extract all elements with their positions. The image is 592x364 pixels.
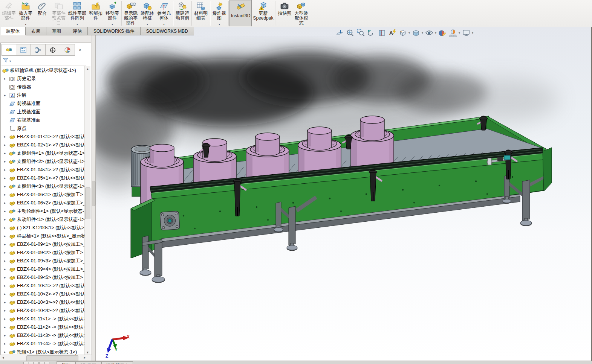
tree-item[interactable]: ▸托辊<1> (默认<显示状态-1>) — [1, 348, 85, 355]
vertical-scroll-thumb[interactable] — [85, 187, 90, 219]
tree-item[interactable]: ▸EBZX-01-11<4> -> (默认<<默认>_显示状态 1>) — [1, 340, 85, 348]
dropdown-caret-icon[interactable]: ▾ — [76, 23, 78, 26]
tree-item[interactable]: ▸EBZX-01-05<1>->? (默认<<默认>_显示状态 1>) — [1, 174, 85, 182]
ribbon-button-smart-fasteners[interactable]: 智能扣件 — [87, 0, 104, 26]
dropdown-caret-icon[interactable]: ▾ — [147, 23, 148, 26]
tree-item[interactable]: ▸EBZX-01-09<5> (默认<按加工>_显示状态 1>) — [1, 273, 85, 282]
apply-scene-caret-icon[interactable]: ▾ — [459, 31, 460, 35]
panel-splitter[interactable] — [92, 27, 96, 361]
command-tab-SOLIDWORKS MBD[interactable]: SOLIDWORKS MBD — [141, 27, 194, 35]
ribbon-button-update-speedpak[interactable]: 更新Speedpak — [252, 0, 274, 26]
ribbon-button-instant3d[interactable]: Instant3D — [229, 0, 252, 26]
tree-item[interactable]: 传感器 — [1, 83, 85, 91]
motion-tab-运动算例 1[interactable]: 运动算例 1 — [101, 361, 133, 364]
expand-arrow-icon[interactable]: ▸ — [3, 259, 7, 263]
ribbon-button-move-component[interactable]: 移动零部件▾ — [104, 0, 121, 26]
tree-item[interactable]: ▸EBZX-01-09<4> (默认<按加工>_显示状态 1>) — [1, 265, 85, 273]
expand-arrow-icon[interactable]: ▸ — [3, 267, 7, 271]
tree-item[interactable]: ▸EBZX-01-10<3>->? (默认<<默认>_显示状态 1>) — [1, 298, 85, 306]
filter-caret-icon[interactable]: ▾ — [9, 59, 11, 63]
hide-show-items-icon[interactable] — [424, 28, 434, 37]
tree-vertical-scrollbar[interactable]: ▲ ▼ — [84, 66, 90, 355]
expand-arrow-icon[interactable]: ▸ — [3, 276, 7, 279]
scroll-up-icon[interactable]: ▲ — [85, 66, 90, 72]
view-orientation-icon[interactable] — [398, 28, 408, 37]
tree-item[interactable]: 右视基准面 — [1, 116, 85, 124]
scroll-right-icon[interactable]: ► — [82, 355, 88, 361]
expand-arrow-icon[interactable]: ▸ — [3, 334, 7, 337]
tree-item[interactable]: ▸EBZX-01-06<2> (默认<按加工>_显示状态 1>) — [1, 199, 85, 207]
section-view-icon[interactable] — [377, 28, 387, 37]
graphics-area[interactable]: A▾▾▾▾▾ X Y Z — [95, 27, 591, 361]
expand-arrow-icon[interactable]: ▸ — [3, 317, 7, 321]
gearbox-flange[interactable] — [160, 211, 180, 230]
expand-arrow-icon[interactable]: ▸ — [3, 284, 7, 288]
expand-arrow-icon[interactable]: ▸ — [3, 309, 7, 312]
tree-item[interactable]: ▸主动轮组件<1> (默认<显示状态-1>) — [1, 207, 85, 215]
panel-tab-dimxpert-manager[interactable] — [46, 44, 60, 56]
command-tab-草图[interactable]: 草图 — [46, 27, 67, 35]
expand-arrow-icon[interactable]: ▸ — [3, 176, 7, 180]
view-settings-caret-icon[interactable]: ▾ — [472, 31, 473, 35]
expand-arrow-icon[interactable]: ▸ — [3, 160, 7, 163]
expand-arrow-icon[interactable]: ▸ — [3, 193, 7, 196]
expand-arrow-icon[interactable]: ▸ — [3, 251, 7, 254]
dropdown-caret-icon[interactable]: ▾ — [219, 23, 220, 26]
tree-item[interactable]: ▸A注解 — [1, 91, 85, 99]
tree-item[interactable]: 前视基准面 — [1, 99, 85, 108]
motion-tab-3D 视图[interactable]: 3D 视图 — [75, 361, 101, 364]
dropdown-caret-icon[interactable]: ▾ — [163, 23, 165, 26]
tree-root-item[interactable]: 板链输送机 (默认<显示状态-1>) — [1, 66, 85, 75]
tree-item[interactable]: ▸EBZX-01-06<1> (默认<按加工>_显示状态 1>) — [1, 190, 85, 199]
panel-tab-property-manager[interactable] — [16, 44, 31, 56]
expand-arrow-icon[interactable]: ▸ — [3, 209, 7, 213]
tree-item[interactable]: 原点 — [1, 124, 85, 133]
ribbon-button-large-assembly-mode[interactable]: 大型装配体模式 — [293, 0, 309, 26]
hide-show-items-caret-icon[interactable]: ▾ — [435, 31, 436, 35]
view-orientation-caret-icon[interactable]: ▾ — [408, 31, 410, 35]
expand-arrow-icon[interactable]: ▸ — [3, 350, 7, 354]
expand-arrow-icon[interactable]: ▸ — [3, 242, 7, 246]
expand-arrow-icon[interactable]: ▸ — [3, 201, 7, 205]
tree-item[interactable]: ▸EBZX-01-04<1>->? (默认<<默认>_显示状态 1>) — [1, 166, 85, 174]
filter-funnel-icon[interactable] — [2, 57, 9, 65]
zoom-to-fit-icon[interactable] — [345, 28, 355, 37]
command-tab-布局[interactable]: 布局 — [26, 27, 46, 35]
expand-arrow-icon[interactable]: ▸ — [3, 234, 7, 238]
tree-item[interactable]: ▸支腿组件<3> (默认<显示状态-1>) — [1, 182, 85, 190]
ribbon-button-new-motion-study[interactable]: 新建运动算例 — [174, 0, 191, 26]
expand-arrow-icon[interactable]: ▸ — [3, 93, 7, 97]
3d-model-scene[interactable]: X Y Z — [95, 36, 591, 361]
annotation-views-icon[interactable]: A — [387, 28, 397, 37]
tree-item[interactable]: ▸EBZX-01-11<1> -> (默认<<默认>_显示状态 1>) — [1, 315, 85, 323]
ribbon-button-mate[interactable]: 配合 — [34, 0, 50, 26]
expand-arrow-icon[interactable]: ▸ — [3, 135, 7, 139]
ribbon-button-show-hidden-components[interactable]: 显示隐藏的零部件 — [122, 0, 139, 26]
command-tab-评估[interactable]: 评估 — [67, 27, 88, 35]
tree-item[interactable]: ▸EBZX-01-09<3> (默认<按加工>_显示状态 1>) — [1, 257, 85, 265]
expand-arrow-icon[interactable]: ▸ — [3, 168, 7, 172]
apply-scene-icon[interactable] — [448, 28, 458, 37]
tree-item[interactable]: ▸EBZX-01-10<1>->? (默认<<默认>_显示状态 1>) — [1, 282, 85, 290]
edit-appearance-icon[interactable] — [437, 28, 447, 37]
previous-view-icon[interactable] — [366, 28, 376, 37]
tree-item[interactable]: ▸样品桶<1> (默认<<默认>_显示状态 1>) — [1, 232, 85, 240]
tree-item[interactable]: ▸EBZX-01-09<2> (默认<按加工>_显示状态 1>) — [1, 248, 85, 257]
tree-item[interactable]: ▸EBZX-01-01<1>->? (默认<<默认>_显示状态 1>) — [1, 133, 85, 141]
expand-arrow-icon[interactable]: ▸ — [3, 143, 7, 147]
expand-arrow-icon[interactable]: ▸ — [3, 325, 7, 329]
expand-arrow-icon[interactable]: ▸ — [3, 342, 7, 346]
ribbon-button-reference-geometry[interactable]: 参考几何体▾ — [156, 0, 172, 26]
normal-to-icon[interactable] — [335, 28, 344, 37]
view-settings-icon[interactable] — [461, 28, 471, 37]
tree-item[interactable]: ▸支腿组件<1> (默认<显示状态-1>) — [1, 149, 85, 157]
motion-toolbar-button[interactable] — [29, 362, 34, 364]
motion-toolbar-button[interactable] — [34, 362, 39, 364]
tree-filter-row[interactable]: ▾ — [2, 56, 86, 66]
scroll-left-icon[interactable]: ◄ — [0, 355, 6, 361]
expand-arrow-icon[interactable]: ▸ — [3, 300, 7, 304]
tree-item[interactable]: ▸EBZX-01-02<1>->? (默认<<默认>_显示状态 1>) — [1, 141, 85, 149]
ribbon-button-insert-components[interactable]: 插入零部件▾ — [17, 0, 34, 26]
tree-item[interactable]: ▸(-) 821-K1200<1> (默认<<默认>_显示状态 1>) — [1, 224, 85, 232]
panel-tab-expand-icon[interactable]: > — [75, 44, 85, 56]
